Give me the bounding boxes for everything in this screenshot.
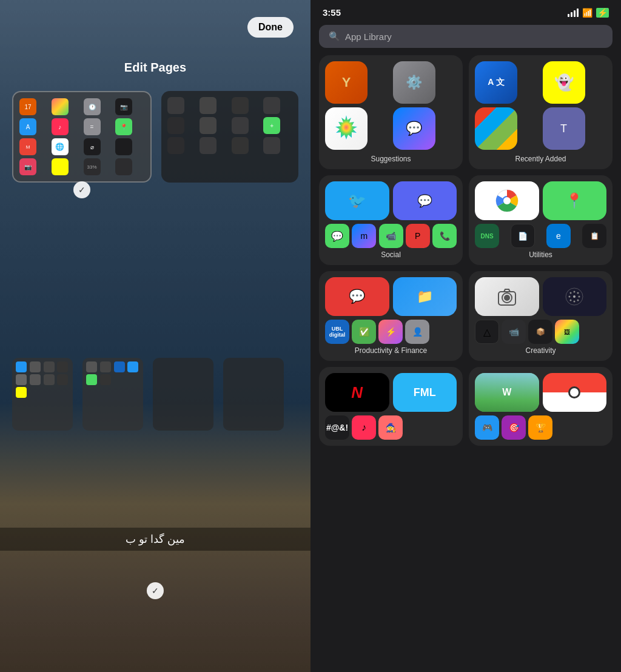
app-fml[interactable]: FML	[393, 373, 457, 412]
search-bar[interactable]: 🔍 App Library	[319, 25, 613, 48]
app-settings[interactable]: ⚙️	[393, 61, 435, 104]
b2-i5	[86, 374, 97, 385]
utilities-small-apps: DNS 📄 e 📋	[475, 224, 606, 248]
bottom-thumb-1[interactable]	[12, 358, 73, 431]
social-small-apps: 💬 m 📹 P 📞	[325, 224, 457, 248]
app-photos[interactable]	[325, 107, 368, 150]
svg-point-10	[577, 292, 579, 294]
app-twitter[interactable]: 🐦	[325, 181, 389, 220]
bottom-thumb-2[interactable]	[82, 358, 143, 431]
svg-point-13	[574, 301, 576, 303]
search-placeholder: App Library	[345, 32, 392, 42]
app-dns[interactable]: DNS	[475, 224, 499, 248]
folder-recently-added[interactable]: A 文 👻 T Recently Added	[469, 55, 613, 169]
thumb-icon-calendar: 17	[19, 98, 36, 115]
app-translate[interactable]: A 文	[475, 61, 517, 104]
thumb-icon-chrome: 🌐	[52, 138, 69, 155]
folder-row-3: 💬 📁 UBLdigital ✅ ⚡ 👤 Productivity & Fina…	[319, 271, 613, 361]
app-messenger2[interactable]: m	[352, 224, 376, 248]
app-game1[interactable]: 🎮	[475, 415, 499, 440]
t2-icon1	[167, 97, 184, 114]
app-findmy[interactable]: 📍	[543, 181, 607, 220]
app-doc2[interactable]: 📋	[582, 224, 606, 248]
app-game2[interactable]: 🎯	[502, 415, 526, 440]
app-edge[interactable]: e	[546, 224, 571, 248]
app-checkmark[interactable]: ✅	[352, 320, 376, 344]
done-button[interactable]: Done	[247, 17, 294, 38]
folder-entertainment-right[interactable]: W 🎮 🎯 🏆	[469, 367, 613, 446]
app-pocket[interactable]: P	[406, 224, 430, 248]
folder-social[interactable]: 🐦 💬 💬 m 📹 P 📞 Social	[319, 175, 463, 265]
app-contacts[interactable]: 👤	[405, 320, 429, 344]
b1-i7	[44, 374, 55, 385]
b1-i8	[57, 374, 68, 385]
app-music2[interactable]: ♪	[352, 415, 376, 440]
bottom-thumb-4[interactable]	[223, 358, 284, 431]
app-phone[interactable]: 📞	[432, 224, 457, 248]
productivity-label: Productivity & Finance	[325, 346, 457, 355]
svg-point-15	[569, 296, 571, 298]
app-microsoft[interactable]	[475, 107, 517, 150]
thumb-icon-location	[115, 138, 132, 155]
social-large-apps: 🐦 💬	[325, 181, 457, 220]
thumb-icon-clock: 🕐	[84, 98, 101, 115]
svg-point-16	[570, 292, 572, 294]
recently-apps: A 文 👻 T	[475, 61, 606, 150]
folder-creativity[interactable]: △ 📹 📦 🖼 Creativity	[469, 271, 613, 361]
folder-suggestions[interactable]: Y ⚙️	[319, 55, 463, 169]
t2-icon11	[232, 137, 249, 154]
app-discord[interactable]: 💬	[393, 181, 457, 220]
app-messenger[interactable]: 💬	[393, 107, 435, 150]
app-docscanner[interactable]: 📄	[511, 224, 535, 248]
app-facetime[interactable]: 📹	[379, 224, 403, 248]
edit-pages-title: Edit Pages	[0, 61, 310, 75]
app-wordscapes[interactable]: W	[475, 373, 539, 412]
t2-icon12	[263, 137, 280, 154]
folder-utilities[interactable]: 📍 DNS 📄 e 📋 Utilities	[469, 175, 613, 265]
utilities-label: Utilities	[475, 250, 606, 259]
thumb-app-grid-2: +	[167, 97, 292, 154]
social-label: Social	[325, 250, 457, 259]
app-teams[interactable]: T	[543, 107, 585, 150]
app-typeeto[interactable]: 💬	[325, 277, 389, 316]
t2-icon9	[167, 137, 184, 154]
app-messages[interactable]: 💬	[325, 224, 349, 248]
creativity-label: Creativity	[475, 346, 606, 355]
thumb-icon-calc: =	[84, 118, 101, 135]
app-shortcuts[interactable]: ⚡	[378, 320, 403, 344]
suggestions-apps: Y ⚙️	[325, 61, 457, 150]
app-canister[interactable]: 📦	[528, 320, 552, 344]
app-sym[interactable]: #@&!	[325, 415, 349, 440]
folder-entertainment-left[interactable]: N FML #@&! ♪ 🧙	[319, 367, 463, 446]
svg-point-12	[577, 300, 579, 301]
app-chrome[interactable]	[475, 181, 539, 220]
app-avatar[interactable]: 🧙	[378, 415, 403, 440]
games-large-apps: W	[475, 373, 606, 412]
app-screensnap[interactable]: 📹	[502, 320, 526, 344]
thumb-icon-camera: 📷	[115, 98, 132, 115]
svg-point-14	[570, 300, 572, 301]
svg-point-3	[503, 197, 511, 204]
t2-icon4	[263, 97, 280, 114]
app-ubl[interactable]: UBLdigital	[325, 320, 349, 344]
app-photos2[interactable]: 🖼	[555, 320, 579, 344]
app-netflix[interactable]: N	[325, 373, 389, 412]
app-files[interactable]: 📁	[393, 277, 457, 316]
folder-productivity[interactable]: 💬 📁 UBLdigital ✅ ⚡ 👤 Productivity & Fina…	[319, 271, 463, 361]
app-game3[interactable]: 🏆	[528, 415, 552, 440]
app-darkroom[interactable]	[543, 277, 607, 316]
page-thumb-2[interactable]: +	[161, 91, 298, 183]
b2-i4	[127, 361, 138, 372]
app-snapchat[interactable]: 👻	[543, 61, 585, 104]
arabic-text: مین گدا تو ب	[0, 528, 310, 551]
app-pokemon[interactable]	[543, 373, 607, 412]
app-vertex[interactable]: △	[475, 320, 499, 344]
thumb-empty	[115, 158, 132, 175]
app-yoga[interactable]: Y	[325, 61, 368, 104]
svg-point-8	[573, 295, 576, 298]
bottom-thumb-3[interactable]	[153, 358, 213, 431]
app-camera[interactable]	[475, 277, 539, 316]
b1-i5	[16, 374, 27, 385]
creativity-small-apps: △ 📹 📦 🖼	[475, 320, 606, 344]
page-thumb-1[interactable]: 17 🕐 📷 A ♪ = 📍 M 🌐 ⌀ 📷 33%	[12, 91, 152, 183]
